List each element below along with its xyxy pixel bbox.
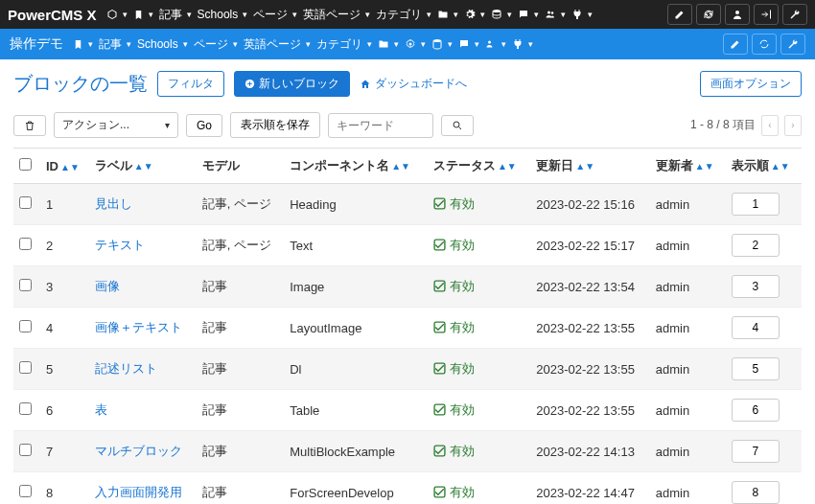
cell-updater: admin xyxy=(650,390,726,431)
table-row: 2テキスト記事, ページText有効2023-02-22 15:17admin xyxy=(13,225,802,266)
cell-label-link[interactable]: 見出し xyxy=(95,196,132,211)
svg-point-5 xyxy=(433,39,441,42)
delete-button[interactable] xyxy=(13,115,46,136)
cell-label-link[interactable]: マルチブロック xyxy=(95,444,182,458)
new-block-button[interactable]: 新しいブロック xyxy=(234,71,350,97)
cell-model: 記事 xyxy=(197,349,285,390)
status-enabled: 有効 xyxy=(433,443,475,460)
cell-id: 4 xyxy=(40,308,89,349)
row-checkbox[interactable] xyxy=(19,279,32,291)
cell-id: 8 xyxy=(40,472,89,505)
col-status[interactable]: ステータス▲▼ xyxy=(428,149,530,184)
cell-label-link[interactable]: テキスト xyxy=(95,238,145,252)
prev-page-button[interactable]: ‹ xyxy=(761,115,779,136)
bookmark-icon[interactable] xyxy=(133,10,153,20)
cell-updater: admin xyxy=(650,266,726,308)
row-checkbox[interactable] xyxy=(19,485,32,497)
gear-icon[interactable] xyxy=(405,38,426,50)
cell-label-link[interactable]: 画像＋テキスト xyxy=(95,320,182,334)
col-id[interactable]: ID▲▼ xyxy=(40,149,89,184)
svg-point-3 xyxy=(735,11,739,14)
gear-icon[interactable] xyxy=(464,9,485,20)
edit-icon[interactable] xyxy=(667,4,692,25)
order-input[interactable] xyxy=(732,357,780,380)
refresh-icon[interactable] xyxy=(752,34,777,55)
col-updater[interactable]: 更新者▲▼ xyxy=(650,149,726,184)
row-checkbox[interactable] xyxy=(19,320,32,332)
nav-pages[interactable]: ページ xyxy=(253,7,297,23)
row-checkbox[interactable] xyxy=(19,196,32,209)
plug-icon[interactable] xyxy=(571,9,593,20)
wrench-icon[interactable] xyxy=(780,34,805,55)
cell-label-link[interactable]: 画像 xyxy=(95,279,120,293)
col-model: モデル xyxy=(197,149,285,184)
order-input[interactable] xyxy=(732,234,780,257)
users-icon[interactable] xyxy=(545,9,566,20)
cell-component: MultiBlockExample xyxy=(284,431,428,472)
row-checkbox[interactable] xyxy=(19,238,32,250)
col-component[interactable]: コンポーネント名▲▼ xyxy=(284,149,428,184)
cube-icon[interactable] xyxy=(106,9,128,20)
nav-categories[interactable]: カテゴリ xyxy=(376,7,431,23)
nav-schools[interactable]: Schools xyxy=(137,37,188,51)
save-order-button[interactable]: 表示順を保存 xyxy=(230,112,320,138)
col-order[interactable]: 表示順▲▼ xyxy=(726,149,802,184)
row-checkbox[interactable] xyxy=(19,444,32,456)
order-input[interactable] xyxy=(732,399,780,422)
order-input[interactable] xyxy=(732,193,780,216)
order-input[interactable] xyxy=(732,440,780,463)
table-header: ID▲▼ ラベル▲▼ モデル コンポーネント名▲▼ ステータス▲▼ 更新日▲▼ … xyxy=(13,149,802,184)
edit-icon[interactable] xyxy=(723,34,748,55)
users-icon[interactable] xyxy=(485,38,506,50)
nav-enpages[interactable]: 英語ページ xyxy=(303,7,370,23)
table-row: 6表記事Table有効2023-02-22 13:55admin xyxy=(13,390,802,431)
select-all-checkbox[interactable] xyxy=(19,158,32,171)
plug-icon[interactable] xyxy=(512,38,533,50)
cell-model: 記事 xyxy=(197,266,285,308)
table-row: 3画像記事Image有効2023-02-22 13:54admin xyxy=(13,266,802,308)
search-button[interactable] xyxy=(441,115,474,136)
row-checkbox[interactable] xyxy=(19,361,32,374)
cell-label-link[interactable]: 表 xyxy=(95,402,107,417)
nav-enpages[interactable]: 英語ページ xyxy=(244,36,311,53)
display-options-button[interactable]: 画面オプション xyxy=(700,71,802,97)
folder-icon[interactable] xyxy=(378,38,399,50)
col-updated[interactable]: 更新日▲▼ xyxy=(530,149,650,184)
user-icon[interactable] xyxy=(725,4,750,25)
wrench-icon[interactable] xyxy=(782,4,807,25)
scope-name[interactable]: 操作デモ xyxy=(10,35,63,53)
svg-point-2 xyxy=(551,11,554,14)
brand[interactable]: PowerCMS X xyxy=(8,7,97,23)
nav-pages[interactable]: ページ xyxy=(194,36,238,53)
filter-button[interactable]: フィルタ xyxy=(157,71,224,97)
folder-icon[interactable] xyxy=(437,9,458,20)
order-input[interactable] xyxy=(732,481,780,504)
next-page-button[interactable]: › xyxy=(784,115,802,136)
nav-categories[interactable]: カテゴリ xyxy=(316,36,372,53)
keyword-input[interactable] xyxy=(328,113,433,138)
cell-id: 7 xyxy=(40,431,89,472)
cell-updated: 2023-02-22 13:55 xyxy=(530,390,650,431)
order-input[interactable] xyxy=(732,275,780,298)
nav-entries[interactable]: 記事 xyxy=(99,36,131,53)
action-select[interactable]: アクション...▾ xyxy=(54,112,178,138)
cell-label-link[interactable]: 記述リスト xyxy=(95,361,157,376)
nav-entries[interactable]: 記事 xyxy=(159,7,192,23)
cell-model: 記事 xyxy=(197,390,285,431)
database-icon[interactable] xyxy=(431,38,453,50)
go-button[interactable]: Go xyxy=(186,114,222,137)
database-icon[interactable] xyxy=(491,9,512,20)
chat-icon[interactable] xyxy=(518,9,539,20)
cell-updater: admin xyxy=(650,225,726,266)
row-checkbox[interactable] xyxy=(19,402,32,415)
refresh-icon[interactable] xyxy=(696,4,721,25)
nav-schools[interactable]: Schools xyxy=(198,8,248,21)
col-label[interactable]: ラベル▲▼ xyxy=(89,149,197,184)
bookmark-icon[interactable] xyxy=(73,39,93,50)
status-enabled: 有効 xyxy=(433,319,475,336)
chat-icon[interactable] xyxy=(458,38,479,50)
order-input[interactable] xyxy=(732,316,780,339)
logout-icon[interactable] xyxy=(754,4,779,25)
cell-label-link[interactable]: 入力画面開発用 xyxy=(95,485,182,499)
dashboard-link[interactable]: ダッシュボードへ xyxy=(360,76,467,92)
